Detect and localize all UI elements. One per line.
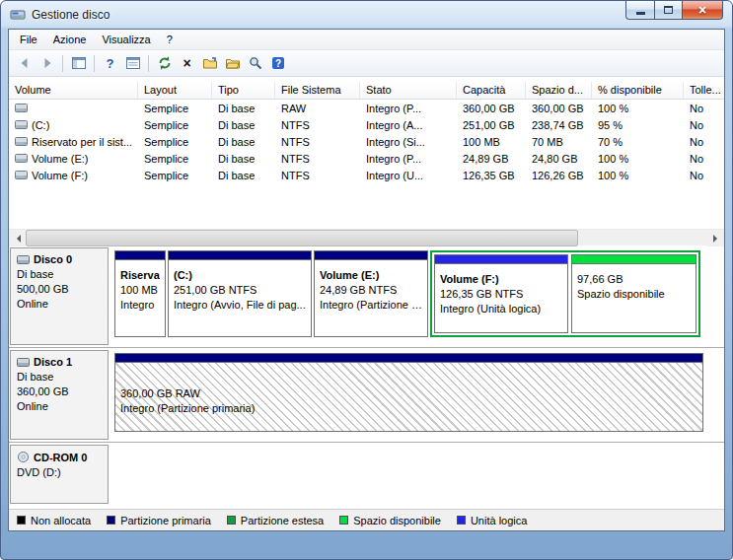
cdrom-label[interactable]: CD-ROM 0 DVD (D:) [10, 445, 109, 504]
table-row[interactable]: Riservato per il sist... Semplice Di bas… [9, 133, 724, 150]
disk-icon [17, 254, 30, 265]
legend-bar: Non allocata Partizione primaria Partizi… [9, 509, 724, 530]
legend-extended-partition: Partizione estesa [227, 515, 324, 526]
refresh-icon[interactable] [153, 52, 176, 74]
column-tipo[interactable]: Tipo [212, 82, 275, 99]
disk1-label[interactable]: Disco 1 Di base 360,00 GB Online [10, 350, 109, 440]
primary-partition-swatch [107, 516, 115, 525]
partition-system-reserved[interactable]: Riserva 100 MB Integro [114, 250, 166, 337]
minimize-button[interactable] [625, 1, 654, 20]
back-icon[interactable] [13, 52, 36, 74]
close-icon: × [698, 2, 706, 18]
partition-e[interactable]: Volume (E:) 24,89 GB NTFS Integro (Parti… [314, 250, 428, 337]
window-controls: × [625, 1, 723, 20]
toolbar-separator [148, 55, 149, 72]
minimize-icon [636, 12, 645, 15]
menu-azione[interactable]: Azione [45, 31, 95, 48]
legend-free-space: Spazio disponibile [339, 515, 441, 526]
extended-partition: Volume (F:) 126,35 GB NTFS Integro (Unit… [430, 250, 700, 337]
menu-visualizza[interactable]: Visualizza [94, 31, 158, 48]
legend-primary-partition: Partizione primaria [107, 515, 211, 526]
partition-f[interactable]: Volume (F:) 126,35 GB NTFS Integro (Unit… [434, 254, 568, 333]
toolbar-separator [62, 55, 63, 72]
app-icon [10, 7, 26, 23]
column-file-sistema[interactable]: File Sistema [275, 82, 360, 99]
cd-icon [17, 451, 30, 463]
column-disponibile[interactable]: % disponibile [592, 82, 684, 99]
scroll-left-icon[interactable] [9, 230, 26, 246]
column-spazio[interactable]: Spazio d... [526, 82, 592, 99]
delete-icon[interactable]: × [176, 52, 198, 74]
maximize-icon [664, 6, 673, 14]
help-topics-icon[interactable]: ? [266, 52, 289, 74]
volume-list: Volume Layout Tipo File Sistema Stato Ca… [9, 77, 724, 229]
column-tolleranza[interactable]: Tolle... [684, 82, 724, 99]
close-button[interactable]: × [682, 1, 723, 20]
unallocated-swatch [17, 516, 26, 525]
legend-logical-drive: Unità logica [457, 515, 527, 526]
column-volume[interactable]: Volume [9, 82, 138, 99]
maximize-button[interactable] [654, 1, 682, 20]
primary-partition-strip [315, 251, 427, 260]
console-tree-icon[interactable] [67, 52, 90, 74]
disk0-label[interactable]: Disco 0 Di base 500,00 GB Online [10, 247, 109, 345]
scroll-right-icon[interactable] [707, 230, 724, 246]
table-row[interactable]: Volume (E:) Semplice Di base NTFS Integr… [9, 150, 724, 167]
volume-icon [15, 153, 28, 164]
disk-icon [17, 357, 30, 368]
column-capacita[interactable]: Capacità [457, 82, 526, 99]
window-title: Gestione disco [32, 8, 110, 22]
graphical-view: Disco 0 Di base 500,00 GB Online Riserva… [9, 245, 724, 509]
partition-raw-selected[interactable]: 360,00 GB RAW Integro (Partizione primar… [114, 353, 703, 432]
selection-hatch: 360,00 GB RAW Integro (Partizione primar… [115, 363, 702, 431]
disk-management-window: Gestione disco × File Azione Visualizza … [0, 0, 733, 560]
table-row[interactable]: (C:) Semplice Di base NTFS Integro (A...… [9, 116, 724, 133]
volume-icon [15, 170, 28, 180]
client-area: File Azione Visualizza ? ? [8, 29, 725, 531]
primary-partition-strip [169, 251, 311, 260]
svg-text:?: ? [274, 58, 280, 69]
primary-partition-strip [115, 251, 165, 260]
help-icon[interactable]: ? [99, 52, 121, 74]
titlebar[interactable]: Gestione disco × [1, 1, 732, 29]
disk-row-1: Disco 1 Di base 360,00 GB Online 360,00 … [9, 348, 724, 443]
extended-partition-swatch [227, 516, 236, 525]
legend-unallocated: Non allocata [17, 515, 91, 526]
scrollbar-thumb[interactable] [26, 230, 578, 246]
volume-icon [15, 136, 28, 147]
menu-file[interactable]: File [12, 31, 45, 48]
logical-drive-strip [435, 255, 567, 264]
toolbar-separator [94, 55, 95, 72]
volume-list-header: Volume Layout Tipo File Sistema Stato Ca… [9, 82, 724, 100]
menu-help[interactable]: ? [159, 31, 181, 48]
menu-bar: File Azione Visualizza ? [9, 30, 724, 50]
volume-icon [15, 119, 28, 130]
disk-row-0: Disco 0 Di base 500,00 GB Online Riserva… [9, 245, 724, 348]
logical-drive-swatch [457, 516, 466, 525]
open-folder-icon[interactable] [221, 52, 244, 74]
partition-c[interactable]: (C:) 251,00 GB NTFS Integro (Avvio, File… [168, 250, 312, 337]
free-space-strip [572, 255, 696, 264]
column-stato[interactable]: Stato [360, 82, 457, 99]
properties-icon[interactable] [121, 52, 144, 74]
search-icon[interactable] [244, 52, 266, 74]
free-space-swatch [339, 516, 348, 525]
forward-icon[interactable] [36, 52, 58, 74]
primary-partition-strip [115, 354, 702, 363]
disk-row-cdrom: CD-ROM 0 DVD (D:) [9, 443, 724, 506]
table-row[interactable]: Semplice Di base RAW Integro (P... 360,0… [9, 100, 724, 116]
volume-icon [15, 103, 28, 113]
explore-icon[interactable] [198, 52, 221, 74]
free-space-block[interactable]: 97,66 GB Spazio disponibile [571, 254, 696, 333]
horizontal-scrollbar[interactable] [9, 229, 724, 245]
table-row[interactable]: Volume (F:) Semplice Di base NTFS Integr… [9, 167, 724, 183]
column-layout[interactable]: Layout [138, 82, 212, 99]
toolbar: ? × ? [9, 50, 724, 77]
